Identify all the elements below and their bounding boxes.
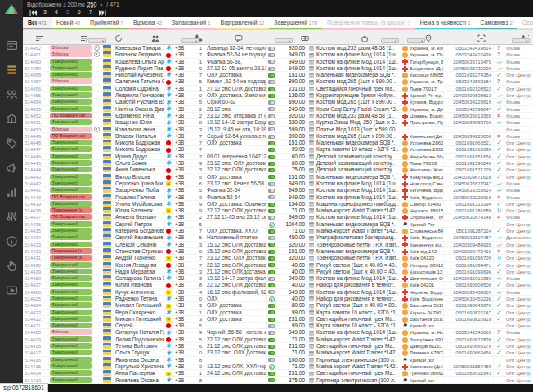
- table-row[interactable]: 514420 Відмова Ситарчук Наталія Гр.. +38…: [23, 329, 533, 336]
- tracking-number[interactable]: 0501690666170: [444, 343, 494, 350]
- tracking-number[interactable]: 20450633356614: [444, 187, 494, 194]
- info-icon[interactable]: [6, 235, 18, 247]
- tab-Повернення товару (в дорозі)[interactable]: Повернення товару (в дорозі)0: [322, 17, 415, 29]
- page-3[interactable]: 3: [43, 9, 47, 15]
- table-row[interactable]: 514436 Завершений Сергей Петров +38 5 10…: [23, 221, 533, 228]
- last-page-button[interactable]: [99, 10, 106, 16]
- table-row[interactable]: 514416 Завершений Яковлева Оксана +38 8 …: [23, 357, 533, 363]
- tracking-number[interactable]: 0503242599847: [444, 106, 494, 113]
- tracking-number[interactable]: 0501689531643: [444, 370, 494, 376]
- page-4[interactable]: 4: [55, 9, 58, 15]
- tracking-number[interactable]: 20450633226918: [444, 194, 494, 201]
- tracking-number[interactable]: [444, 357, 494, 363]
- orders-list-icon[interactable]: [6, 64, 18, 76]
- tracking-number[interactable]: [444, 377, 494, 384]
- tracking-number[interactable]: 20400309838613: [444, 92, 494, 99]
- tracking-number[interactable]: 0501691093696: [444, 269, 494, 275]
- tab-Відмова[interactable]: Відмова42: [128, 17, 167, 29]
- tracking-number[interactable]: 0501691598240: [444, 160, 494, 167]
- tracking-number[interactable]: 20450636715475: [444, 59, 494, 65]
- table-row[interactable]: 514458 Завершений Николай Кучеренко +38 …: [23, 72, 533, 78]
- table-row[interactable]: 514444 Завершений Анна Липенська +38 3 2…: [23, 167, 533, 173]
- table-row[interactable]: 514446 Завершений Ирина Дидух +38 7 09.0…: [23, 154, 533, 160]
- table-row[interactable]: 514462 Відмова Каневська Тамара .. +38 1…: [23, 45, 533, 51]
- table-row[interactable]: 514433 Завершений Олексій Семанін +38 3 …: [23, 242, 533, 248]
- refresh-icon[interactable]: [114, 31, 123, 46]
- table-row[interactable]: 514451 Завершений Іващенко Юлія +38 8 19…: [23, 119, 533, 126]
- tracking-number[interactable]: 0501692108522: [444, 86, 494, 92]
- table-row[interactable]: 514431 Повернення (з.. Андрій Ткаченко +…: [23, 255, 533, 261]
- table-row[interactable]: 514442 Завершений Сергієнко Ірина Ми.. +…: [23, 180, 533, 187]
- tracking-number[interactable]: 0503243439614: [444, 45, 494, 51]
- sort-icon[interactable]: [35, 31, 43, 46]
- reports-chart-icon[interactable]: [6, 186, 18, 198]
- table-row[interactable]: 514460 Завершений Кошелева Ольга Ар.. +3…: [23, 59, 533, 65]
- tracking-number[interactable]: 0501690822147: [444, 310, 494, 316]
- table-row[interactable]: 514421 Завершений Сергей +38 5 99.00 Кар…: [23, 323, 533, 329]
- tracking-number[interactable]: 20450636677947: [444, 180, 494, 187]
- table-row[interactable]: 514434 Завершений Сергей Карамышев +38 5…: [23, 234, 533, 241]
- table-row[interactable]: 514426 Завершений Кучук Антонина +38 4 1…: [23, 289, 533, 296]
- table-row[interactable]: 514457 Відмова Салегина Татьяна С.. +38 …: [23, 78, 533, 85]
- tracking-number[interactable]: [444, 127, 494, 133]
- tracking-number[interactable]: 0501691571229: [444, 167, 494, 173]
- company-icon[interactable]: [6, 113, 18, 125]
- tab-Завершений[interactable]: Завершений278: [269, 17, 322, 29]
- delivery-filter-dropdown[interactable]: [407, 38, 425, 43]
- tracking-number[interactable]: 0501691665630: [444, 146, 494, 153]
- tracking-number[interactable]: 20450631554459: [444, 363, 494, 370]
- table-row[interactable]: 514438 Повернення (з.. Юлия Баланюк +38 …: [23, 207, 533, 214]
- tracking-number[interactable]: 0501691096709: [444, 255, 494, 261]
- table-row[interactable]: 514455 Завершений Людмила Гончарова +38 …: [23, 92, 533, 99]
- tracking-number[interactable]: [444, 221, 494, 228]
- payment-filter-dropdown[interactable]: [275, 38, 293, 43]
- tracking-number[interactable]: 20450632450236: [444, 296, 494, 302]
- tracking-number[interactable]: 0501691094471: [444, 262, 494, 269]
- tracking-number[interactable]: 0501690672838: [444, 336, 494, 343]
- tracking-number[interactable]: 0501691666521: [444, 140, 494, 146]
- tracking-number[interactable]: [444, 323, 494, 329]
- tab-Всі[interactable]: Всі471: [23, 17, 52, 29]
- table-row[interactable]: 514459 Завершений Руденко Лидия Пав.. +3…: [23, 65, 533, 72]
- gesture-hand-icon[interactable]: [6, 260, 18, 272]
- tracking-number[interactable]: 0501692274384: [444, 72, 494, 78]
- tab-Запакований[interactable]: Запакований1: [167, 17, 215, 29]
- tab-Самовивіз[interactable]: Самовивіз2: [476, 17, 517, 29]
- payment-column-icon[interactable]: [301, 31, 309, 46]
- tab-Відправлений[interactable]: Відправлений12: [216, 17, 270, 29]
- table-row[interactable]: 514447 Завершений Микола Бадражан +38 7 …: [23, 146, 533, 153]
- table-row[interactable]: 514452 ПО Возврат ож. Єфименко Ніна +38 …: [23, 113, 533, 119]
- records-range-value[interactable]: 250: [87, 2, 97, 8]
- table-row[interactable]: 514445 Завершений Ольга Божик +38 9 23.1…: [23, 160, 533, 167]
- tab-Сервіси[interactable]: Сервіси0: [517, 17, 533, 29]
- table-row[interactable]: 514423 Завершений Вера Скляренко +38 1 О…: [23, 310, 533, 316]
- video-icon[interactable]: [6, 284, 18, 296]
- tracking-number[interactable]: 20450636613955: [444, 113, 494, 119]
- clients-column-icon[interactable]: [151, 31, 159, 46]
- marketing-megaphone-icon[interactable]: [6, 162, 18, 174]
- tracking-number[interactable]: 0501690663456: [444, 350, 494, 356]
- table-row[interactable]: 514424 Завершений Михаил Гилецький +38 3…: [23, 302, 533, 309]
- table-row[interactable]: 514439 Завершений Уляна Мусійовська +38 …: [23, 201, 533, 207]
- tracking-number[interactable]: 0503241546065: [444, 329, 494, 336]
- table-row[interactable]: 514427 Завершений Юлия Иванова +38 8 22.…: [23, 282, 533, 288]
- comments-column-icon[interactable]: [235, 31, 243, 46]
- tab-Новий[interactable]: Новий48: [52, 17, 85, 29]
- tracking-number[interactable]: 0501691281689: [444, 207, 494, 214]
- table-row[interactable]: 514425 Завершений Радченко Тетяна +38 0 …: [23, 296, 533, 302]
- table-row[interactable]: 514449 ПО Возврат ож. Власюк Наталья +38…: [23, 133, 533, 140]
- table-row[interactable]: 514428 Завершений Солодкова Галина В.. +…: [23, 275, 533, 282]
- tracking-number[interactable]: 0503242893184: [444, 78, 494, 85]
- tracking-number[interactable]: 20400309671628: [444, 174, 494, 180]
- table-row[interactable]: 514432 Повернення (з.. Станіслав Стрижак…: [23, 248, 533, 255]
- product-filter-dropdown[interactable]: [381, 38, 399, 43]
- table-row[interactable]: 514448 Завершений Микола Бадражан +38 7 …: [23, 140, 533, 146]
- table-row[interactable]: 514418 Завершений Тетяна Войтович +38 6 …: [23, 343, 533, 350]
- tab-Нема в наявності[interactable]: Нема в наявності1: [415, 17, 476, 29]
- table-row[interactable]: 514413 Завершений Яковлева Оксана +38 8 …: [23, 377, 533, 384]
- table-row[interactable]: 514429 Завершений Надія Мерзаєва +38 3 2…: [23, 269, 533, 275]
- tracking-number[interactable]: 20400309473416: [444, 248, 494, 255]
- table-row[interactable]: 514440 ПО Возврат ож. Гуцалюк Галина +38…: [23, 194, 533, 201]
- table-row[interactable]: 514441 Завершений Захарченко Люба +38 5 …: [23, 187, 533, 194]
- settings-sliders-icon[interactable]: [6, 211, 18, 223]
